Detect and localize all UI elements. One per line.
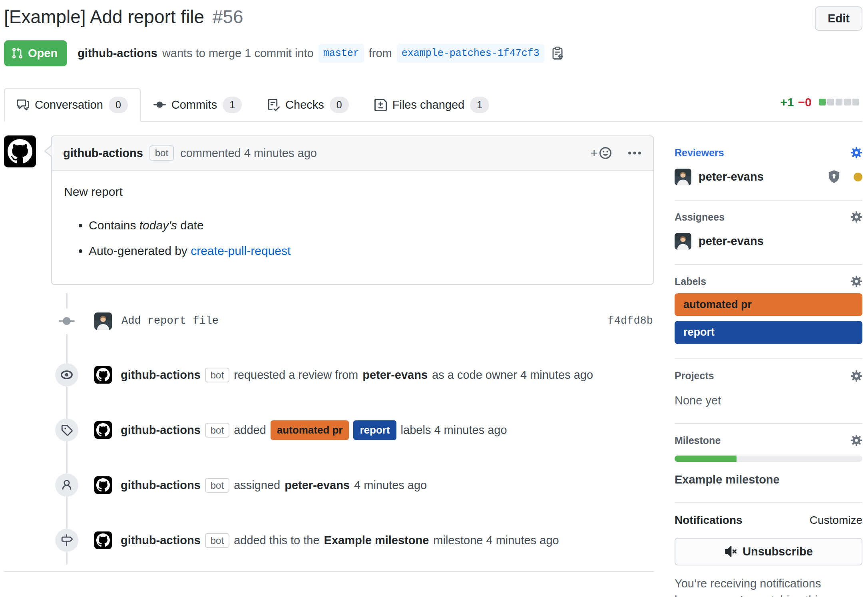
gear-icon[interactable] — [850, 434, 862, 446]
github-actions-avatar[interactable] — [94, 366, 112, 384]
peter-evans-avatar[interactable] — [94, 312, 112, 330]
pr-author-link[interactable]: github-actions — [78, 45, 157, 62]
milestone-progress-fill — [675, 456, 737, 462]
tab-checks-count: 0 — [330, 97, 349, 113]
customize-link[interactable]: Customize — [810, 512, 862, 528]
assignee-row: peter-evans — [675, 233, 862, 250]
event-text: github-actions bot requested a review fr… — [121, 367, 593, 383]
pr-tab-bar: Conversation 0 Commits 1 Checks 0 Files … — [4, 88, 862, 122]
event-actor-link[interactable]: github-actions — [121, 532, 201, 549]
comment-author-link[interactable]: github-actions — [63, 145, 143, 161]
github-actions-avatar[interactable] — [94, 421, 112, 439]
assignees-section: Assignees peter-evans — [675, 201, 862, 265]
edit-button[interactable]: Edit — [815, 6, 862, 31]
add-reaction-button[interactable]: + — [590, 144, 612, 162]
github-actions-avatar[interactable] — [94, 476, 112, 494]
diffstat-block-green — [819, 99, 826, 105]
italic-text: today's — [139, 219, 177, 232]
push-hint: Add more commits by pushing to the examp… — [4, 572, 654, 597]
tab-conversation-count: 0 — [109, 97, 128, 113]
assignee-name-link[interactable]: peter-evans — [699, 233, 764, 249]
gear-icon[interactable] — [850, 370, 862, 382]
octocat-icon — [8, 139, 32, 164]
labels-section: Labels automated pr report — [675, 265, 862, 360]
person-icon — [55, 474, 78, 497]
diffstat-blocks — [819, 99, 859, 105]
timeline-event-review-requested: github-actions bot requested a review fr… — [4, 347, 654, 402]
create-pull-request-link[interactable]: create-pull-request — [191, 244, 291, 257]
commit-message-link[interactable]: Add report file — [121, 314, 608, 329]
gear-icon[interactable] — [850, 275, 862, 287]
kebab-menu-icon — [627, 146, 642, 160]
label-chip-report[interactable]: report — [353, 420, 396, 440]
reviewers-heading[interactable]: Reviewers — [675, 146, 862, 160]
labels-heading: Labels — [675, 275, 862, 289]
event-text: github-actions bot added automated pr re… — [121, 420, 507, 440]
tab-files-changed-label: Files changed — [392, 97, 465, 113]
reviewer-name-link[interactable]: peter-evans — [699, 169, 764, 185]
comment-intro: New report — [64, 183, 641, 200]
gear-icon[interactable] — [850, 211, 862, 223]
comment-header: github-actions bot commented 4 minutes a… — [52, 136, 653, 171]
milestone-name-link[interactable]: Example milestone — [675, 472, 862, 488]
github-actions-avatar[interactable] — [4, 135, 36, 167]
unsubscribe-button[interactable]: Unsubscribe — [675, 538, 862, 565]
checklist-icon — [267, 99, 280, 111]
event-actor-link[interactable]: github-actions — [121, 422, 201, 438]
reviewer-row: peter-evans — [675, 169, 862, 185]
octocat-icon — [96, 533, 110, 547]
assignee-link[interactable]: peter-evans — [285, 477, 350, 494]
pr-state-label: Open — [28, 45, 58, 62]
label-report[interactable]: report — [675, 321, 862, 344]
git-commit-icon — [153, 99, 166, 111]
diffstat-block-gray — [836, 99, 842, 105]
assignees-heading: Assignees — [675, 210, 862, 224]
milestone-section: Milestone Example milestone — [675, 424, 862, 503]
timeline: Add report file f4dfd8b github-actions b… — [4, 295, 654, 570]
diffstat-block-gray — [844, 99, 851, 105]
bot-badge: bot — [205, 423, 229, 438]
label-automated-pr[interactable]: automated pr — [675, 293, 862, 316]
comment-actions: + — [590, 144, 642, 162]
tab-commits-label: Commits — [171, 97, 217, 113]
pr-state-badge: Open — [4, 40, 67, 66]
milestone-heading: Milestone — [675, 434, 862, 448]
github-actions-avatar[interactable] — [94, 531, 112, 549]
base-branch-label[interactable]: master — [319, 44, 364, 63]
milestone-link[interactable]: Example milestone — [324, 532, 429, 549]
head-branch-label[interactable]: example-patches-1f47cf3 — [397, 44, 544, 63]
label-chip-automated-pr[interactable]: automated pr — [271, 420, 349, 440]
event-actor-link[interactable]: github-actions — [121, 367, 201, 383]
peter-evans-avatar[interactable] — [675, 169, 691, 185]
comment-bullet-list: Contains today's date Auto-generated by … — [64, 217, 641, 259]
merge-action-text: wants to merge 1 commit into — [162, 45, 314, 62]
user-photo — [94, 312, 112, 330]
tab-conversation[interactable]: Conversation 0 — [4, 88, 141, 122]
user-photo — [675, 169, 691, 185]
tab-commits[interactable]: Commits 1 — [141, 88, 255, 122]
event-actor-link[interactable]: github-actions — [121, 477, 201, 494]
file-diff-icon — [374, 99, 387, 111]
gear-icon[interactable] — [850, 147, 862, 159]
bot-badge: bot — [149, 145, 174, 160]
copy-branch-icon[interactable] — [551, 46, 564, 60]
octocat-icon — [96, 368, 110, 382]
kebab-menu-button[interactable] — [627, 146, 642, 160]
timeline-event-assigned: github-actions bot assigned peter-evans … — [4, 458, 654, 513]
pr-page: [Example] Add report file #56 Edit Open … — [0, 0, 868, 597]
event-text: github-actions bot assigned peter-evans … — [121, 477, 427, 494]
from-word: from — [369, 45, 392, 62]
timeline-event-labeled: github-actions bot added automated pr re… — [4, 402, 654, 458]
tab-files-changed-count: 1 — [470, 97, 489, 113]
commit-sha-link[interactable]: f4dfd8b — [608, 314, 654, 329]
notifications-caption: You’re receiving notifications because y… — [675, 575, 862, 597]
plus-sign: + — [590, 144, 598, 162]
comment-body: New report Contains today's date Auto-ge… — [52, 171, 653, 284]
comment-meta: commented 4 minutes ago — [180, 145, 317, 161]
peter-evans-avatar[interactable] — [675, 233, 691, 250]
deletions-count: −0 — [798, 94, 812, 111]
tab-files-changed[interactable]: Files changed 1 — [362, 88, 502, 122]
reviewer-link[interactable]: peter-evans — [362, 367, 428, 383]
shield-lock-icon — [827, 170, 841, 184]
tab-checks[interactable]: Checks 0 — [255, 88, 362, 122]
